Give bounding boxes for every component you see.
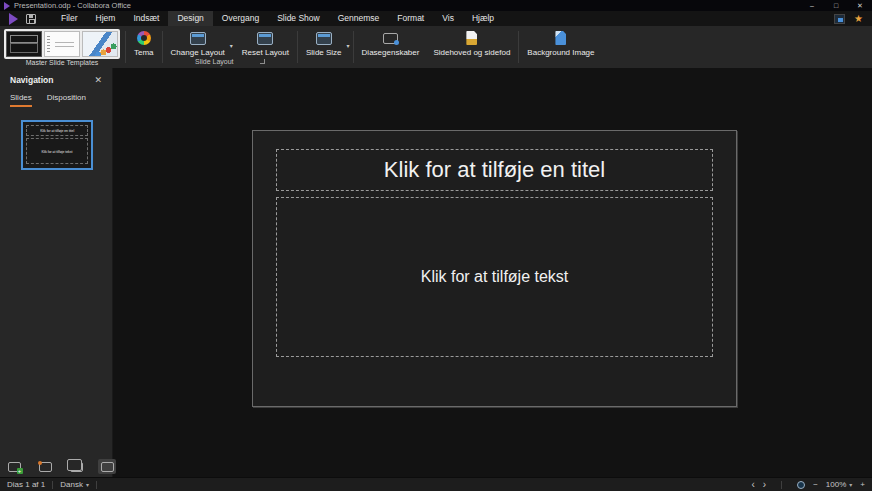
header-footer-button[interactable]: Sidehoved og sidefod	[426, 28, 517, 57]
previous-slide-button[interactable]: ‹	[751, 480, 754, 490]
ribbon: Master Slide Templates Tema Change Layou…	[0, 26, 872, 68]
background-image-icon	[555, 31, 566, 45]
ribbon-separator	[297, 31, 298, 63]
thumbnail-title-text: Klik for at tilføje en titel	[40, 129, 74, 133]
menu-format[interactable]: Format	[388, 11, 433, 26]
save-icon[interactable]	[26, 14, 36, 24]
menu-vis[interactable]: Vis	[433, 11, 463, 26]
title-bar: Presentation.odp - Collabora Office – □ …	[0, 0, 872, 11]
tema-group: Tema	[127, 26, 161, 68]
window-title: Presentation.odp - Collabora Office	[14, 1, 131, 10]
duplicate-slide-icon	[70, 462, 83, 472]
change-layout-label: Change Layout	[171, 48, 225, 57]
master-templates-group: Master Slide Templates	[0, 26, 124, 68]
slide-layout-group: Change Layout ▾ Reset Layout Slide Layou…	[164, 26, 296, 68]
menu-indsaet[interactable]: Indsæt	[124, 11, 168, 26]
ribbon-separator	[125, 31, 126, 63]
zoom-dropdown-icon: ▾	[849, 481, 852, 488]
zoom-level-label: 100%	[826, 480, 846, 489]
menu-overgang[interactable]: Overgang	[213, 11, 268, 26]
slide-counter: Dias 1 af 1	[7, 480, 45, 489]
change-layout-icon	[190, 32, 206, 45]
master-template-notebook[interactable]	[44, 31, 80, 57]
tema-button[interactable]: Tema	[127, 28, 161, 57]
slide-canvas[interactable]: Klik for at tilføje en titel Klik for at…	[252, 130, 737, 407]
header-footer-label: Sidehoved og sidefod	[433, 48, 510, 57]
slide-thumbnail[interactable]: Klik for at tilføje en titel Klik for at…	[21, 120, 93, 170]
ribbon-separator	[353, 31, 354, 63]
star-icon[interactable]: ★	[854, 14, 863, 24]
slide-tools: +	[5, 459, 116, 474]
zoom-in-button[interactable]: +	[860, 480, 865, 489]
menu-gennemse[interactable]: Gennemse	[329, 11, 389, 26]
rename-slide-button[interactable]	[36, 459, 54, 474]
background-image-group: Background Image	[520, 26, 601, 68]
title-placeholder[interactable]: Klik for at tilføje en titel	[276, 149, 713, 191]
tab-disposition[interactable]: Disposition	[47, 93, 86, 107]
thumbnail-body-placeholder: Klik for at tilføje tekst	[26, 138, 88, 164]
fit-slide-icon[interactable]	[797, 481, 805, 489]
menu-hjem[interactable]: Hjem	[87, 11, 125, 26]
new-slide-button[interactable]: +	[5, 459, 23, 474]
slide-layout-dialog-launcher-icon[interactable]	[260, 59, 265, 64]
navigation-panel: Navigation ✕ Slides Disposition Klik for…	[0, 68, 113, 477]
reset-layout-icon	[257, 32, 273, 45]
tema-label: Tema	[134, 48, 154, 57]
slide-size-button[interactable]: Slide Size	[299, 28, 349, 57]
rename-slide-icon	[39, 462, 52, 472]
ribbon-separator	[518, 31, 519, 63]
slide-properties-label: Diasegenskaber	[362, 48, 420, 57]
statusbar-divider	[781, 481, 782, 489]
master-template-candy[interactable]	[82, 31, 118, 57]
tab-slides[interactable]: Slides	[10, 93, 32, 107]
zoom-level-selector[interactable]: 100% ▾	[826, 480, 852, 489]
ribbon-separator	[162, 31, 163, 63]
statusbar-divider	[96, 481, 97, 489]
menu-design[interactable]: Design	[168, 11, 212, 26]
navigation-close-icon[interactable]: ✕	[94, 76, 102, 85]
navigation-tabs: Slides Disposition	[0, 88, 112, 107]
change-layout-button[interactable]: Change Layout	[164, 28, 232, 57]
slide-properties-icon	[383, 33, 398, 44]
app-logo-icon	[4, 2, 10, 10]
header-footer-icon	[466, 31, 477, 45]
thumbnail-title-placeholder: Klik for at tilføje en titel	[26, 125, 88, 136]
status-bar: Dias 1 af 1 Dansk ▾ ‹ › − 100% ▾ +	[0, 477, 872, 491]
minimize-button[interactable]: –	[800, 0, 824, 11]
delete-slide-button[interactable]	[98, 459, 116, 474]
slide-layout-group-label: Slide Layout	[195, 58, 265, 68]
orange-dot-icon	[38, 461, 42, 465]
master-template-dark[interactable]	[6, 31, 42, 57]
theme-color-wheel-icon	[137, 31, 151, 45]
close-button[interactable]: ✕	[848, 0, 872, 11]
language-dropdown-icon: ▾	[86, 481, 89, 488]
delete-slide-icon	[101, 462, 114, 472]
menu-filer[interactable]: Filer	[52, 11, 87, 26]
maximize-button[interactable]: □	[824, 0, 848, 11]
menu-slide-show[interactable]: Slide Show	[268, 11, 329, 26]
zoom-out-button[interactable]: −	[813, 480, 818, 489]
background-image-label: Background Image	[527, 48, 594, 57]
language-selector[interactable]: Dansk ▾	[60, 480, 89, 489]
window-controls: – □ ✕	[800, 0, 872, 11]
navigation-title: Navigation	[10, 75, 53, 85]
reset-layout-button[interactable]: Reset Layout	[235, 28, 296, 57]
next-slide-button[interactable]: ›	[763, 480, 766, 490]
slide-layout-group-text: Slide Layout	[195, 58, 234, 65]
new-slide-icon: +	[8, 462, 21, 472]
ui-view-icon[interactable]	[834, 14, 845, 24]
slide-size-icon	[316, 32, 332, 45]
menu-bar: Filer Hjem Indsæt Design Overgang Slide …	[0, 11, 872, 26]
menu-hjaelp[interactable]: Hjælp	[463, 11, 503, 26]
reset-layout-label: Reset Layout	[242, 48, 289, 57]
language-label: Dansk	[60, 480, 83, 489]
thumbnail-body-text: Klik for at tilføje tekst	[42, 149, 73, 153]
collabora-logo-icon[interactable]	[9, 13, 18, 25]
background-image-button[interactable]: Background Image	[520, 28, 601, 57]
plus-badge-icon: +	[17, 468, 23, 474]
body-placeholder[interactable]: Klik for at tilføje tekst	[276, 197, 713, 357]
master-templates-strip	[4, 29, 120, 59]
slide-size-group: Slide Size ▾	[299, 26, 352, 68]
duplicate-slide-button[interactable]	[67, 459, 85, 474]
slide-properties-button[interactable]: Diasegenskaber	[355, 28, 427, 57]
